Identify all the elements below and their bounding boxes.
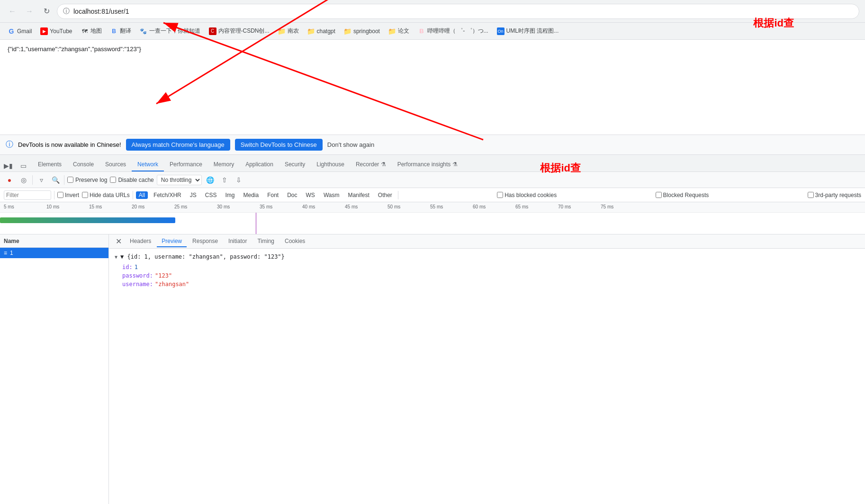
bookmark-search[interactable]: 🐾 一查一下，你就知道 — [136, 25, 204, 37]
network-conditions-button[interactable]: 🌐 — [205, 174, 216, 186]
switch-chinese-button[interactable]: Switch DevTools to Chinese — [235, 139, 323, 151]
tick-15ms: 15 ms — [89, 204, 102, 209]
url-text: localhost:81/user/1 — [73, 8, 853, 15]
type-img-button[interactable]: Img — [222, 191, 237, 199]
language-banner: ⓘ DevTools is now available in Chinese! … — [0, 135, 865, 155]
tab-recorder[interactable]: Recorder ⚗ — [350, 158, 392, 171]
back-button[interactable]: ← — [6, 5, 19, 18]
details-tab-initiator[interactable]: Initiator — [224, 236, 252, 247]
type-all-button[interactable]: All — [136, 191, 148, 199]
page-json-text: {"id":1,"username":"zhangsan","password"… — [8, 45, 141, 53]
type-font-button[interactable]: Font — [264, 191, 281, 199]
refresh-button[interactable]: ↻ — [40, 5, 53, 18]
has-blocked-cookies-checkbox[interactable]: Has blocked cookies — [497, 192, 557, 198]
bookmark-youtube[interactable]: ▶ YouTube — [36, 26, 76, 37]
tab-network[interactable]: Network — [132, 158, 164, 171]
tab-memory[interactable]: Memory — [208, 158, 240, 171]
details-tab-headers[interactable]: Headers — [125, 236, 156, 247]
tick-35ms: 35 ms — [260, 204, 272, 209]
filter-bar: Invert Hide data URLs All Fetch/XHR JS C… — [0, 188, 865, 202]
filter-icon-button[interactable]: ▿ — [36, 174, 47, 186]
type-doc-button[interactable]: Doc — [284, 191, 300, 199]
preview-field-id: id: 1 — [122, 263, 859, 271]
type-other-button[interactable]: Other — [375, 191, 395, 199]
details-tab-bar: ✕ Headers Preview Response Initiator Tim… — [109, 234, 865, 249]
tab-performance-insights[interactable]: Performance insights ⚗ — [392, 158, 463, 171]
search-button[interactable]: 🔍 — [50, 174, 61, 186]
tab-lighthouse[interactable]: Lighthouse — [311, 158, 350, 171]
bookmark-translate-label: 翻译 — [120, 27, 131, 35]
request-row-1[interactable]: ≡ 1 — [0, 248, 108, 258]
tab-application[interactable]: Application — [240, 158, 279, 171]
details-tab-preview[interactable]: Preview — [157, 236, 187, 247]
disable-cache-checkbox[interactable]: Disable cache — [110, 177, 153, 183]
tab-security[interactable]: Security — [279, 158, 311, 171]
tick-40ms: 40 ms — [302, 204, 315, 209]
blocked-requests-checkbox[interactable]: Blocked Requests — [656, 192, 709, 198]
details-tab-cookies[interactable]: Cookies — [280, 236, 310, 247]
bookmark-uml[interactable]: On UML时序图 流程图... — [493, 25, 563, 37]
disable-cache-input[interactable] — [110, 177, 116, 183]
clear-button[interactable]: ◎ — [18, 174, 29, 186]
bookmark-bilibili[interactable]: B 哔哩哔哩（ ゜- ゜）つ... — [414, 25, 492, 37]
bookmark-paper[interactable]: 📁 论文 — [385, 25, 413, 37]
address-bar[interactable]: ⓘ localhost:81/user/1 — [57, 4, 859, 19]
close-details-button[interactable]: ✕ — [113, 236, 124, 247]
bookmark-nannong[interactable]: 📁 南农 — [274, 25, 303, 37]
tab-sources[interactable]: Sources — [99, 158, 132, 171]
preserve-log-checkbox[interactable]: Preserve log — [67, 177, 107, 183]
filter-input[interactable] — [4, 190, 51, 200]
bookmark-gmail-label: Gmail — [17, 28, 32, 35]
preview-field-password: password: "123" — [122, 271, 859, 280]
type-manifest-button[interactable]: Manifest — [345, 191, 372, 199]
type-js-button[interactable]: JS — [187, 191, 199, 199]
type-media-button[interactable]: Media — [240, 191, 261, 199]
bookmark-chatgpt[interactable]: 📁 chatgpt — [304, 26, 339, 37]
type-fetch-button[interactable]: Fetch/XHR — [151, 191, 184, 199]
forward-button[interactable]: → — [23, 5, 36, 18]
details-tab-response[interactable]: Response — [188, 236, 223, 247]
match-language-button[interactable]: Always match Chrome's language — [126, 139, 230, 151]
details-tab-timing[interactable]: Timing — [252, 236, 279, 247]
tick-65ms: 65 ms — [515, 204, 528, 209]
preview-fields: id: 1 password: "123" username: "zhangsa… — [122, 263, 859, 288]
bookmark-maps-label: 地图 — [90, 27, 102, 35]
filter-sep-1 — [54, 191, 54, 199]
bookmark-gmail[interactable]: G Gmail — [4, 26, 36, 37]
bookmark-maps[interactable]: 🗺 地图 — [77, 25, 106, 37]
request-name: 1 — [10, 250, 13, 256]
type-ws-button[interactable]: WS — [303, 191, 318, 199]
export-button[interactable]: ⇧ — [219, 174, 230, 186]
devtools-panel: ⓘ DevTools is now available in Chinese! … — [0, 135, 865, 504]
third-party-checkbox[interactable]: 3rd-party requests — [808, 192, 861, 198]
preserve-log-input[interactable] — [67, 177, 73, 183]
throttle-select[interactable]: No throttling Fast 3G Slow 3G Offline — [157, 175, 202, 185]
bookmark-csdn[interactable]: C 内容管理-CSDN创... — [205, 25, 273, 37]
invert-checkbox[interactable]: Invert — [57, 192, 79, 198]
type-css-button[interactable]: CSS — [202, 191, 220, 199]
hide-data-urls-checkbox[interactable]: Hide data URLs — [82, 192, 130, 198]
import-button[interactable]: ⇩ — [233, 174, 244, 186]
filter-sep-3 — [398, 191, 398, 199]
record-button[interactable]: ● — [4, 174, 15, 186]
bookmark-search-label: 一查一下，你就知道 — [149, 27, 200, 35]
tab-elements[interactable]: Elements — [32, 158, 67, 171]
details-panel: ✕ Headers Preview Response Initiator Tim… — [109, 234, 865, 504]
bookmark-springboot-label: springboot — [353, 28, 380, 35]
folder-icon-1: 📁 — [278, 27, 286, 35]
dismiss-banner-button[interactable]: Don't show again — [327, 141, 374, 148]
tab-console[interactable]: Console — [67, 158, 99, 171]
bookmark-springboot[interactable]: 📁 springboot — [340, 26, 384, 37]
devtools-device-icon[interactable]: ▭ — [18, 160, 28, 171]
preview-summary-line: ▼ ▼ {id: 1, username: "zhangsan", passwo… — [115, 252, 859, 261]
devtools-inspect-icon[interactable]: ▶▮ — [2, 160, 15, 171]
bookmark-translate[interactable]: B 翻译 — [107, 25, 135, 37]
search-folder-icon: 🐾 — [140, 27, 147, 35]
preview-summary-text: ▼ {id: 1, username: "zhangsan", password… — [120, 253, 285, 260]
bookmark-youtube-label: YouTube — [50, 28, 72, 35]
tab-performance[interactable]: Performance — [164, 158, 208, 171]
type-wasm-button[interactable]: Wasm — [321, 191, 342, 199]
main-split: Name ≡ 1 ✕ Headers Preview Response Init… — [0, 234, 865, 504]
bookmark-bilibili-label: 哔哩哔哩（ ゜- ゜）つ... — [427, 27, 488, 35]
uml-icon: On — [497, 27, 505, 35]
